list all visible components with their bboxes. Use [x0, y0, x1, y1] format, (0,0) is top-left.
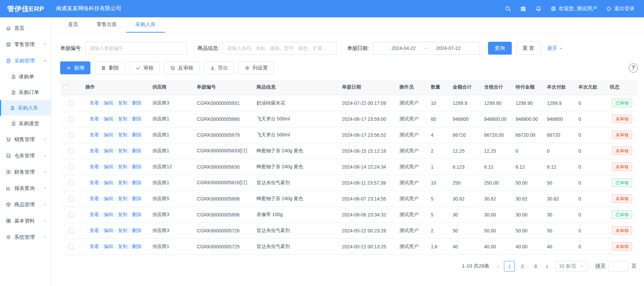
row-action-view[interactable]: 查看	[89, 196, 99, 201]
row-action-delete[interactable]: 删除	[132, 244, 141, 249]
column-settings-button[interactable]: 列设置	[239, 61, 274, 74]
row-action-delete[interactable]: 删除	[132, 100, 141, 106]
search-icon[interactable]	[505, 5, 511, 12]
row-action-copy[interactable]: 复制	[118, 164, 127, 169]
search-button[interactable]: 查询	[488, 42, 512, 55]
row-action-edit[interactable]: 编辑	[104, 164, 113, 169]
sidebar-item-sales[interactable]: 销售管理	[0, 131, 51, 148]
row-checkbox[interactable]	[69, 165, 74, 170]
date-start-value[interactable]: 2024-04-22	[391, 45, 416, 51]
row-action-view[interactable]: 查看	[89, 116, 99, 121]
unapprove-button[interactable]: 反审核	[164, 61, 199, 74]
row-action-edit[interactable]: 编辑	[104, 148, 113, 153]
row-action-view[interactable]: 查看	[89, 148, 99, 153]
row-action-copy[interactable]: 复制	[118, 180, 127, 185]
sidebar-item-basic-data[interactable]: 基本资料	[0, 213, 51, 229]
row-action-view[interactable]: 查看	[89, 228, 99, 233]
row-action-delete[interactable]: 删除	[132, 116, 141, 121]
row-action-copy[interactable]: 复制	[118, 244, 127, 249]
export-button[interactable]: 导出	[204, 61, 234, 74]
sidebar-item-purchase[interactable]: 采购管理	[0, 53, 51, 69]
sidebar-item-label: 系统管理	[14, 234, 43, 241]
sidebar-item-warehouse[interactable]: 仓库管理	[0, 148, 51, 164]
next-page-button[interactable]: ›	[544, 263, 550, 269]
jump-page-input[interactable]	[608, 261, 629, 272]
row-action-view[interactable]: 查看	[89, 132, 99, 137]
bank-icon[interactable]	[520, 5, 526, 12]
approve-button[interactable]: 审核	[129, 61, 160, 74]
sidebar-item-goods[interactable]: 商品管理	[0, 196, 51, 213]
row-action-edit[interactable]: 编辑	[104, 196, 113, 201]
prev-page-button[interactable]: ‹	[495, 263, 501, 269]
sidebar-item-reports[interactable]: 报表查询	[0, 180, 51, 196]
page-number-2[interactable]: 2	[517, 261, 528, 272]
row-checkbox[interactable]	[69, 101, 74, 106]
sidebar-item-retail[interactable]: 零售管理	[0, 36, 51, 53]
row-action-copy[interactable]: 复制	[118, 100, 127, 106]
doc-no-input[interactable]	[85, 42, 187, 55]
product-info-input[interactable]	[223, 42, 337, 55]
row-action-copy[interactable]: 复制	[118, 148, 127, 153]
row-action-delete[interactable]: 删除	[132, 164, 141, 169]
row-checkbox[interactable]	[69, 228, 74, 233]
tab-label: 零售出库	[97, 21, 117, 28]
row-checkbox[interactable]	[69, 180, 74, 186]
chevron-down-icon	[43, 235, 47, 239]
row-action-delete[interactable]: 删除	[132, 180, 141, 185]
row-action-delete[interactable]: 删除	[132, 228, 141, 233]
tab-home[interactable]: 首页	[59, 17, 87, 33]
date-end-value[interactable]: 2024-07-22	[436, 45, 461, 51]
bell-icon[interactable]	[535, 5, 542, 12]
sidebar-item-purchase-return[interactable]: 采购退货	[0, 116, 51, 131]
row-action-copy[interactable]: 复制	[118, 228, 127, 233]
sidebar-item-purchase-order[interactable]: 采购订单	[0, 84, 51, 100]
page-number-1[interactable]: 1	[504, 261, 515, 272]
page-size-select[interactable]: 10 条/页	[555, 261, 588, 272]
row-action-edit[interactable]: 编辑	[104, 180, 113, 185]
expand-link[interactable]: 展开	[547, 45, 563, 52]
row-action-view[interactable]: 查看	[89, 100, 99, 106]
row-action-edit[interactable]: 编辑	[104, 212, 113, 217]
row-action-delete[interactable]: 删除	[132, 196, 141, 201]
logout-button[interactable]: 退出登录	[606, 5, 634, 12]
tab-retail-outbound[interactable]: 零售出库	[87, 17, 126, 33]
delete-button[interactable]: 删除	[95, 61, 125, 74]
row-action-view[interactable]: 查看	[89, 180, 99, 185]
cell-qty: 60	[428, 111, 449, 127]
row-action-edit[interactable]: 编辑	[104, 244, 113, 249]
select-all-checkbox[interactable]	[64, 85, 69, 90]
row-action-view[interactable]: 查看	[89, 164, 99, 169]
row-action-edit[interactable]: 编辑	[104, 100, 113, 106]
row-action-delete[interactable]: 删除	[132, 212, 141, 217]
sidebar-item-label: 销售管理	[14, 136, 43, 143]
sidebar-item-purchase-inbound[interactable]: 采购入库	[0, 100, 51, 116]
welcome-user[interactable]: 欢迎您, 测试用户	[551, 5, 597, 12]
row-checkbox[interactable]	[69, 117, 74, 122]
row-action-edit[interactable]: 编辑	[104, 132, 113, 137]
row-checkbox[interactable]	[69, 212, 74, 217]
sidebar-item-finance[interactable]: 财务管理	[0, 164, 51, 180]
row-checkbox[interactable]	[69, 244, 74, 249]
sidebar-item-purchase-request[interactable]: 请购单	[0, 69, 51, 84]
row-action-copy[interactable]: 复制	[118, 116, 127, 121]
date-range-picker[interactable]: 2024-04-22 ~ 2024-07-22	[372, 42, 480, 55]
tab-purchase-inbound[interactable]: 采购入库	[126, 17, 165, 33]
add-button[interactable]: 新增	[60, 61, 90, 74]
row-action-copy[interactable]: 复制	[118, 212, 127, 217]
row-action-edit[interactable]: 编辑	[104, 116, 113, 121]
sidebar-item-home[interactable]: 首页	[0, 20, 51, 36]
page-number-3[interactable]: 3	[530, 261, 541, 272]
reset-button[interactable]: 重 置	[516, 42, 541, 55]
sidebar-item-system[interactable]: 系统管理	[0, 229, 51, 245]
row-action-edit[interactable]: 编辑	[104, 228, 113, 233]
help-icon[interactable]: ?	[629, 63, 638, 73]
row-action-delete[interactable]: 删除	[132, 132, 141, 137]
row-action-delete[interactable]: 删除	[132, 148, 141, 153]
row-checkbox[interactable]	[69, 196, 74, 202]
row-action-copy[interactable]: 复制	[118, 132, 127, 137]
row-checkbox[interactable]	[69, 149, 74, 154]
row-checkbox[interactable]	[69, 133, 74, 138]
row-action-view[interactable]: 查看	[89, 212, 99, 217]
row-action-copy[interactable]: 复制	[118, 196, 127, 201]
row-action-view[interactable]: 查看	[89, 244, 99, 249]
